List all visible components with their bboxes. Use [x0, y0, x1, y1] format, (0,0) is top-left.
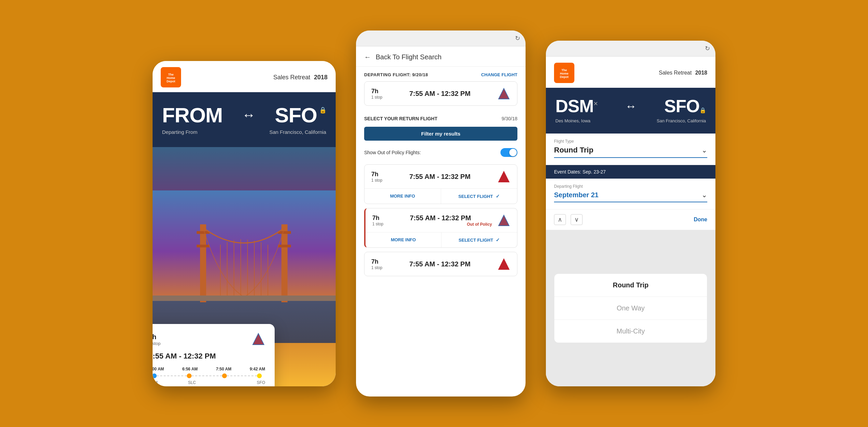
svg-text:The: The — [168, 73, 174, 76]
departing-label: DEPARTING FLIGHT: 9/20/18 — [364, 72, 428, 77]
refresh-icon-mid[interactable]: ↻ — [515, 35, 520, 42]
done-btn[interactable]: Done — [694, 217, 707, 223]
fr1-more-info[interactable]: MORE INFO — [364, 189, 441, 204]
ds-dropdown[interactable]: September 21 ⌄ — [554, 191, 707, 202]
back-row: ← Back To Flight Search — [356, 46, 526, 67]
fr1-duration: 7h — [371, 171, 382, 178]
svg-rect-6 — [200, 224, 206, 302]
change-flight-btn[interactable]: CHANGE FLIGHT — [481, 72, 517, 77]
fr3-duration: 7h — [371, 258, 382, 265]
ft-dropdown[interactable]: Round Trip ⌄ — [554, 146, 707, 158]
departing-section: Departing Flight September 21 ⌄ — [546, 179, 715, 209]
city-sfo: SFO — [257, 380, 265, 385]
back-text: Back To Flight Search — [376, 53, 441, 61]
svg-marker-27 — [499, 216, 509, 225]
return-date: 9/30/18 — [501, 116, 517, 121]
home-depot-logo: The Home Depot — [161, 67, 181, 87]
toggle-knob — [509, 149, 517, 156]
r-lock-icon: 🔒 — [699, 107, 706, 113]
event-dates-label: Event Dates: Sep. 23-27 — [554, 169, 606, 175]
return-label: SELECT YOUR RETURN FLIGHT — [364, 116, 437, 121]
right-header: The Home Depot Sales Retreat 2018 — [546, 57, 715, 88]
filter-btn[interactable]: Filter my results — [364, 127, 517, 141]
fc-time: 7:55 AM - 12:32 PM — [153, 352, 265, 361]
fr3-airline-icon — [497, 258, 510, 270]
svg-text:Home: Home — [166, 76, 175, 80]
nav-up-btn[interactable]: ∧ — [554, 214, 566, 225]
browser-bar-mid: ↻ — [356, 30, 526, 46]
city-slc: SLC — [188, 380, 196, 385]
ft-chevron-icon: ⌄ — [702, 146, 707, 154]
browser-bar-right: ↻ — [546, 41, 715, 57]
fr2-select-flight[interactable]: SELECT FLIGHT ✓ — [441, 232, 517, 247]
fr2-more-info[interactable]: MORE INFO — [366, 232, 441, 247]
fr2-check-icon: ✓ — [496, 237, 500, 243]
r-x-icon: × — [594, 99, 598, 108]
svg-rect-7 — [281, 224, 288, 302]
stop-time-1: 6:00 AM — [153, 367, 164, 371]
svg-marker-25 — [498, 171, 510, 182]
scene: The Home Depot Sales Retreat 2018 FROM ↔… — [0, 0, 868, 427]
arrow-icon: ↔ — [230, 107, 268, 123]
toggle-switch[interactable] — [500, 148, 517, 157]
mid-phone: ↻ ← Back To Flight Search DEPARTING FLIG… — [356, 30, 526, 396]
airline-icon — [252, 332, 265, 346]
svg-rect-8 — [197, 231, 210, 234]
fr1-airline-icon — [497, 170, 510, 183]
ds-label: Departing Flight — [554, 184, 707, 189]
fr1-time: 7:55 AM - 12:32 PM — [388, 173, 492, 181]
nav-arr-btns: ∧ ∨ — [554, 214, 583, 225]
fr2-airline-icon — [497, 214, 510, 227]
selected-flight-card: 7h 1 stop 7:55 AM - 12:32 PM — [364, 81, 517, 106]
left-phone: The Home Depot Sales Retreat 2018 FROM ↔… — [153, 61, 336, 386]
fr2-time: 7:55 AM - 12:32 PM — [389, 214, 492, 222]
nav-down-btn[interactable]: ∨ — [571, 214, 583, 225]
flight-result-2: 7h 1 stop 7:55 AM - 12:32 PM Out of Poli… — [364, 208, 517, 248]
return-section: SELECT YOUR RETURN FLIGHT 9/30/18 — [356, 111, 526, 125]
toggle-row: Show Out of Policy Flights: — [356, 145, 526, 162]
ds-value: September 21 — [554, 191, 598, 199]
picker-option-multi-city[interactable]: Multi-City — [554, 320, 707, 343]
svg-rect-12 — [153, 296, 336, 301]
picker-option-round-trip[interactable]: Round Trip — [554, 274, 707, 297]
stop-time-4: 9:42 AM — [250, 367, 265, 371]
right-phone: ↻ The Home Depot Sales Retreat 2018 DSM — [546, 41, 715, 386]
flight-result-3: 7h 1 stop 7:55 AM - 12:32 PM — [364, 252, 517, 276]
r-from: DSM× — [555, 96, 597, 116]
selected-airline-icon — [497, 87, 510, 100]
fr1-stops: 1 stop — [371, 178, 382, 183]
ds-chevron-icon: ⌄ — [702, 191, 707, 199]
to-label: SFO 🔒 — [275, 103, 326, 127]
ft-value: Round Trip — [554, 146, 593, 155]
right-sales-retreat: Sales Retreat 2018 — [659, 70, 707, 76]
svg-rect-11 — [278, 245, 291, 247]
event-dates-bar: Event Dates: Sep. 23-27 — [546, 165, 715, 179]
refresh-icon-right[interactable]: ↻ — [705, 45, 710, 52]
flight-type-section: Flight Type Round Trip ⌄ — [546, 134, 715, 165]
fr2-stops: 1 stop — [372, 222, 383, 226]
picker-area: Round Trip One Way Multi-City — [546, 230, 715, 386]
stop-time-2: 6:56 AM — [182, 367, 198, 371]
nav-arrows-row: ∧ ∨ Done — [546, 209, 715, 230]
left-phone-header: The Home Depot Sales Retreat 2018 — [153, 61, 336, 92]
picker-option-one-way[interactable]: One Way — [554, 297, 707, 320]
r-to: SFO🔒 — [664, 96, 706, 116]
sales-retreat-label: Sales Retreat 2018 — [273, 74, 328, 81]
svg-text:Home: Home — [560, 72, 568, 75]
sfc-stops: 1 stop — [371, 95, 382, 100]
flight-card-overlay: 7h 1 stop 7:55 AM - 12:32 PM 6:00 AM 6:5… — [153, 324, 275, 386]
svg-marker-24 — [499, 89, 509, 99]
picker-options: Round Trip One Way Multi-City — [554, 274, 707, 343]
r-to-city: San Francisco, California — [657, 118, 706, 123]
lock-icon: 🔒 — [319, 106, 326, 114]
nav-banner: FROM ↔ SFO 🔒 Departing From San Francisc… — [153, 92, 336, 147]
city-dsm: DSM — [153, 380, 158, 385]
sfc-time: 7:55 AM - 12:32 PM — [409, 90, 470, 98]
stop-time-3: 7:50 AM — [216, 367, 232, 371]
departing-from-sub: Departing From — [162, 129, 197, 135]
back-arrow-icon[interactable]: ← — [364, 53, 371, 61]
right-nav-banner: DSM× ↔ SFO🔒 Des Moines, Iowa San Francis… — [546, 88, 715, 134]
fr1-select-flight[interactable]: SELECT FLIGHT ✓ — [441, 189, 517, 204]
ft-label: Flight Type — [554, 139, 707, 144]
fc-stops: 1 stop — [153, 341, 160, 346]
